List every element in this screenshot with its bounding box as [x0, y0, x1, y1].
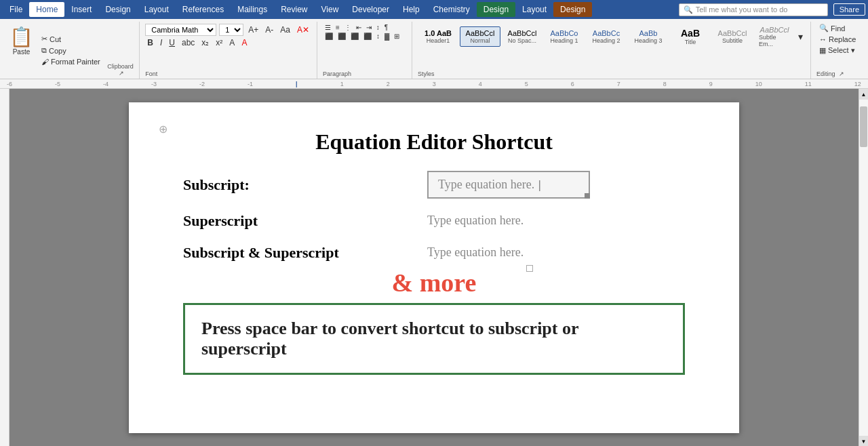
style-subtitle[interactable]: AaBbCcl Subtitle	[712, 26, 753, 47]
sort-button[interactable]: ↕	[374, 23, 382, 32]
scroll-track[interactable]	[859, 100, 868, 436]
sub-super-equation-area[interactable]: Type equation here.	[427, 243, 524, 262]
style-normal[interactable]: AaBbCcl Normal	[460, 26, 500, 47]
format-painter-button[interactable]: 🖌 Format Painter	[39, 57, 103, 66]
subscript-button[interactable]: x₂	[199, 37, 211, 48]
find-label: Find	[831, 24, 845, 33]
styles-group-label: Styles	[418, 69, 805, 77]
subscript-equation-box[interactable]: Type equation here. |	[427, 171, 590, 199]
multilevel-list-button[interactable]: ⋮	[342, 23, 353, 32]
bullets-button[interactable]: ☰	[323, 23, 333, 32]
ribbon: 📋 Paste ✂ Cut ⧉ Copy 🖌 Format Painter Cl…	[0, 19, 868, 79]
menu-help[interactable]: Help	[396, 2, 427, 17]
replace-button[interactable]: ↔ Replace	[816, 35, 860, 44]
paste-button[interactable]: 📋 Paste	[5, 23, 37, 77]
style-no-space[interactable]: AaBbCcl No Spac...	[502, 26, 542, 47]
justify-button[interactable]: ⬛	[361, 32, 374, 41]
menu-view[interactable]: View	[315, 2, 346, 17]
menu-review[interactable]: Review	[274, 2, 314, 17]
menu-design[interactable]: Design	[98, 2, 137, 17]
style-heading2[interactable]: AaBbCc Heading 2	[586, 26, 627, 47]
style-heading3-name: Heading 3	[634, 37, 662, 44]
font-group: Cambria Math 16 A+ A- Aa A✕ B I U abc x₂…	[140, 22, 317, 79]
strikethrough-button[interactable]: abc	[180, 37, 197, 48]
menu-developer[interactable]: Developer	[345, 2, 396, 17]
sub-super-equation-text: Type equation here.	[427, 245, 524, 259]
menu-design3[interactable]: Design	[553, 2, 592, 17]
bold-button[interactable]: B	[145, 37, 155, 48]
move-handle[interactable]: ⊕	[159, 123, 167, 136]
paragraph-group: ☰ ≡ ⋮ ⇤ ⇥ ↕ ¶ ⬛ ⬛ ⬛ ⬛ ↕ ▓ ⊞ Paragraph	[317, 22, 412, 79]
increase-indent-button[interactable]: ⇥	[364, 23, 374, 32]
menu-home[interactable]: Home	[29, 2, 64, 17]
style-subtitle-name: Subtitle	[722, 37, 743, 44]
right-scrollbar: ▲ ▼	[859, 89, 868, 446]
underline-button[interactable]: U	[167, 37, 177, 48]
numbered-list-button[interactable]: ≡	[334, 23, 342, 32]
document-scroll[interactable]: ⊕ Equation Editor Shortcut Subscript: Ty…	[9, 89, 859, 446]
style-header1-preview: 1.0 AaB	[425, 29, 452, 37]
select-label: Select ▾	[828, 46, 855, 55]
menu-references[interactable]: References	[176, 2, 231, 17]
find-button[interactable]: 🔍 Find	[816, 23, 860, 33]
ruler: -6 -5 -4 -3 -2 -1 | 1 2 3 4 5 6 7 8 9 10…	[0, 79, 868, 89]
style-title[interactable]: AaB Title	[670, 25, 711, 48]
superscript-equation-area[interactable]: Type equation here.	[427, 211, 524, 230]
font-grow-button[interactable]: A+	[246, 24, 260, 35]
menu-layout[interactable]: Layout	[138, 2, 176, 17]
resize-handle[interactable]	[585, 193, 590, 199]
editing-buttons: 🔍 Find ↔ Replace ▦ Select ▾	[816, 23, 860, 56]
cut-button[interactable]: ✂ Cut	[39, 34, 103, 44]
search-placeholder: Tell me what you want to do	[696, 5, 788, 14]
scroll-thumb[interactable]	[860, 106, 867, 147]
line-spacing-button[interactable]: ↕	[374, 32, 382, 41]
style-header1[interactable]: 1.0 AaB Header1	[418, 26, 458, 47]
clear-formatting-button[interactable]: Aa	[278, 24, 292, 35]
editing-group-label: Editing ↗	[816, 69, 860, 77]
font-shrink-button[interactable]: A-	[263, 24, 275, 35]
superscript-row: Superscript Type equation here.	[183, 211, 685, 230]
font-color-button[interactable]: A	[239, 37, 249, 48]
copy-button[interactable]: ⧉ Copy	[39, 45, 103, 56]
menu-design2[interactable]: Design	[477, 2, 515, 17]
doc-title: Equation Editor Shortcut	[183, 129, 685, 155]
selection-handle[interactable]	[526, 265, 533, 272]
styles-expand-button[interactable]: ▾	[796, 31, 805, 43]
menu-layout2[interactable]: Layout	[515, 2, 553, 17]
align-center-button[interactable]: ⬛	[336, 32, 348, 41]
highlight-button[interactable]: A	[227, 37, 237, 48]
style-heading3[interactable]: AaBb Heading 3	[628, 26, 669, 47]
share-button[interactable]: Share	[833, 3, 865, 16]
style-title-name: Title	[685, 39, 696, 45]
shading-button[interactable]: ▓	[382, 32, 391, 41]
subscript-row: Subscript: Type equation here. |	[183, 171, 685, 199]
superscript-button[interactable]: x²	[214, 37, 224, 48]
sub-super-row: Subscript & Superscript Type equation he…	[183, 243, 685, 262]
tell-me-search[interactable]: 🔍 Tell me what you want to do	[679, 3, 828, 16]
decrease-indent-button[interactable]: ⇤	[354, 23, 363, 32]
select-icon: ▦	[819, 46, 826, 55]
select-button[interactable]: ▦ Select ▾	[816, 45, 860, 56]
clipboard-label: Clipboard ↗	[104, 61, 137, 77]
show-formatting-button[interactable]: ¶	[382, 23, 390, 32]
italic-button[interactable]: I	[158, 37, 164, 48]
borders-button[interactable]: ⊞	[392, 32, 401, 41]
font-size-select[interactable]: 16	[219, 24, 243, 36]
menu-file[interactable]: File	[3, 2, 29, 17]
paragraph-group-label: Paragraph	[323, 69, 406, 77]
more-text: & more	[183, 268, 685, 298]
menu-mailings[interactable]: Mailings	[231, 2, 274, 17]
align-right-button[interactable]: ⬛	[349, 32, 361, 41]
scroll-down-button[interactable]: ▼	[859, 436, 868, 446]
clear-all-formatting-button[interactable]: A✕	[295, 24, 311, 35]
menu-insert[interactable]: Insert	[64, 2, 98, 17]
cut-label: Cut	[50, 35, 61, 43]
scroll-up-button[interactable]: ▲	[859, 89, 868, 100]
style-subtle[interactable]: AaBbCcl Subtle Em...	[754, 23, 795, 50]
menu-chemistry[interactable]: Chemistry	[427, 2, 477, 17]
align-left-button[interactable]: ⬛	[323, 32, 335, 41]
menu-bar: File Home Insert Design Layout Reference…	[0, 0, 868, 19]
style-heading2-preview: AaBbCc	[593, 29, 620, 37]
font-name-select[interactable]: Cambria Math	[145, 24, 216, 36]
style-heading1[interactable]: AaBbCo Heading 1	[544, 26, 585, 47]
